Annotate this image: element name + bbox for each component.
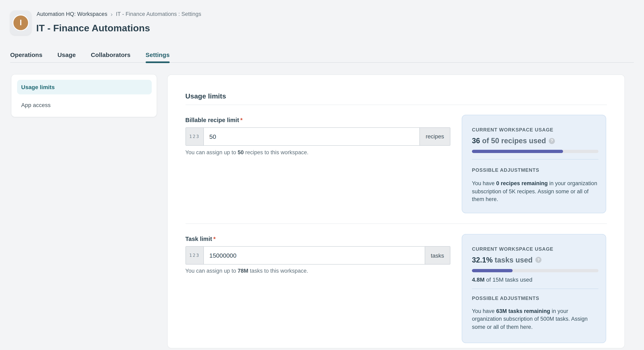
recipe-adjustments-text: You have 0 recipes remaining in your org… <box>472 179 598 203</box>
breadcrumb-current: IT - Finance Automations : Settings <box>116 11 202 17</box>
required-asterisk: * <box>214 236 216 242</box>
task-limit-label: Task limit* <box>185 236 216 242</box>
task-adjustments-text: You have 63M tasks remaining in your org… <box>472 307 598 331</box>
billable-recipe-limit-label: Billable recipe limit* <box>185 117 243 123</box>
billable-recipe-limit-helper: You can assign up to 50 recipes to this … <box>185 149 308 155</box>
help-icon[interactable] <box>549 138 555 144</box>
tab-operations[interactable]: Operations <box>10 49 42 62</box>
task-usage-card: CURRENT WORKSPACE USAGE 32.1% tasks used… <box>462 234 606 343</box>
number-type-addon: 123 <box>186 247 204 264</box>
section-heading: Usage limits <box>185 92 226 101</box>
task-usage-progress-fill <box>472 269 512 272</box>
current-workspace-usage-label: CURRENT WORKSPACE USAGE <box>472 127 598 133</box>
chevron-right-icon: › <box>111 12 113 17</box>
unit-addon-tasks: tasks <box>425 247 450 264</box>
task-usage-substat: 4.8M of 15M tasks used <box>472 276 598 283</box>
recipe-usage-progress-fill <box>472 150 563 153</box>
card-divider <box>472 288 598 289</box>
task-usage-stat: 32.1% tasks used <box>472 256 598 264</box>
breadcrumb: Automation HQ: Workspaces › IT - Finance… <box>36 11 201 17</box>
help-icon[interactable] <box>536 257 542 263</box>
page-title: IT - Finance Automations <box>36 23 150 34</box>
task-limit-helper: You can assign up to 78M tasks to this w… <box>185 268 308 274</box>
settings-sidebar: Usage limits App access <box>11 74 157 117</box>
section-divider <box>185 223 607 224</box>
card-divider <box>472 159 598 160</box>
possible-adjustments-label: POSSIBLE ADJUSTMENTS <box>472 295 598 301</box>
tab-bar: Operations Usage Collaborators Settings <box>10 49 634 63</box>
usage-limits-panel: Usage limits Billable recipe limit* 123 … <box>167 75 625 348</box>
workspace-avatar: I <box>10 11 31 35</box>
breadcrumb-root-link[interactable]: Automation HQ: Workspaces <box>36 11 108 17</box>
tab-collaborators[interactable]: Collaborators <box>91 49 130 62</box>
current-workspace-usage-label: CURRENT WORKSPACE USAGE <box>472 246 598 252</box>
task-usage-progress <box>472 269 598 272</box>
number-type-addon: 123 <box>186 128 204 145</box>
unit-addon-recipes: recipes <box>420 128 450 145</box>
task-limit-input[interactable] <box>204 247 425 264</box>
heading-divider <box>185 105 607 105</box>
task-limit-input-group: 123 tasks <box>185 246 450 264</box>
billable-recipe-limit-input[interactable] <box>204 128 420 145</box>
recipe-usage-stat: 36 of 50 recipes used <box>472 137 598 145</box>
sidebar-item-usage-limits[interactable]: Usage limits <box>17 80 152 94</box>
tab-usage[interactable]: Usage <box>57 49 76 62</box>
required-asterisk: * <box>240 117 242 123</box>
tab-settings[interactable]: Settings <box>146 49 170 62</box>
page: I Automation HQ: Workspaces › IT - Finan… <box>0 0 644 350</box>
workspace-avatar-letter: I <box>12 15 29 31</box>
billable-recipe-limit-input-group: 123 recipes <box>185 127 450 146</box>
sidebar-item-app-access[interactable]: App access <box>17 98 152 112</box>
recipe-usage-card: CURRENT WORKSPACE USAGE 36 of 50 recipes… <box>462 115 606 213</box>
possible-adjustments-label: POSSIBLE ADJUSTMENTS <box>472 167 598 173</box>
recipe-usage-progress <box>472 150 598 153</box>
